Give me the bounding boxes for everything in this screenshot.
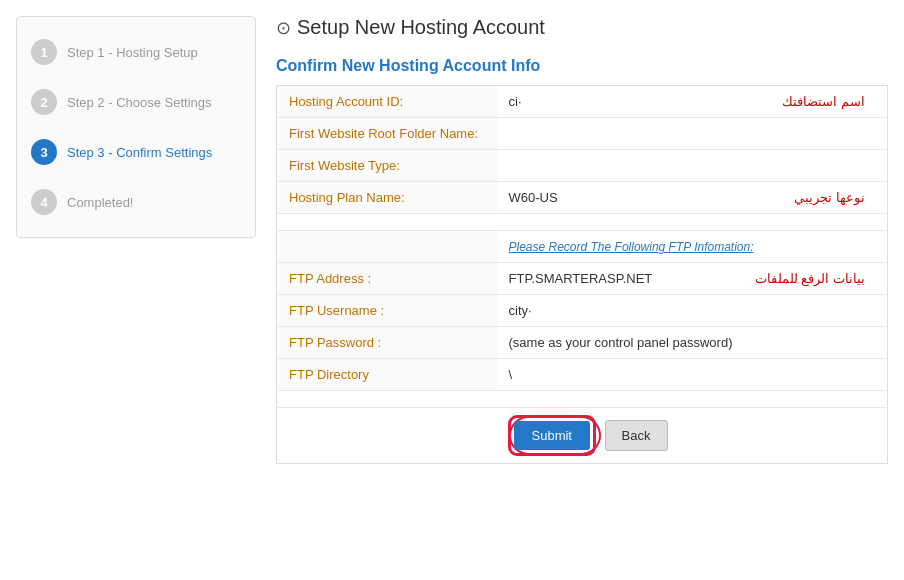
setup-icon: ⊙ (276, 17, 291, 39)
annotation-ftp-address: بيانات الرفع للملفات (755, 271, 865, 286)
label-ftp-username: FTP Username : (277, 295, 497, 327)
value-root-folder (497, 118, 888, 150)
label-plan-name: Hosting Plan Name: (277, 182, 497, 214)
step1-label: Step 1 - Hosting Setup (67, 45, 198, 60)
page-title: ⊙ Setup New Hosting Account (276, 16, 888, 39)
submit-button[interactable]: Submit (514, 421, 590, 450)
main-content: ⊙ Setup New Hosting Account Confirm New … (276, 16, 888, 564)
label-website-type: First Website Type: (277, 150, 497, 182)
step4-circle: 4 (31, 189, 57, 215)
step3-circle: 3 (31, 139, 57, 165)
empty-row (277, 214, 888, 231)
empty-row-2 (277, 391, 888, 408)
value-hosting-id: ci· اسم استضافتك (497, 86, 888, 118)
value-ftp-directory: \ (497, 359, 888, 391)
hosting-info-table: Hosting Account ID: ci· اسم استضافتك Fir… (276, 85, 888, 464)
step4-label: Completed! (67, 195, 133, 210)
sidebar-item-step3[interactable]: 3 Step 3 - Confirm Settings (17, 127, 255, 177)
sidebar-item-step4[interactable]: 4 Completed! (17, 177, 255, 227)
label-root-folder: First Website Root Folder Name: (277, 118, 497, 150)
value-ftp-password: (same as your control panel password) (497, 327, 888, 359)
value-ftp-username: city· (497, 295, 888, 327)
ftp-info-link[interactable]: Please Record The Following FTP Infomati… (509, 240, 754, 254)
submit-highlight: Submit (509, 416, 601, 455)
step1-circle: 1 (31, 39, 57, 65)
step2-label: Step 2 - Choose Settings (67, 95, 212, 110)
table-row-ftp-info: Please Record The Following FTP Infomati… (277, 231, 888, 263)
table-row: FTP Username : city· (277, 295, 888, 327)
label-ftp-password: FTP Password : (277, 327, 497, 359)
steps-sidebar: 1 Step 1 - Hosting Setup 2 Step 2 - Choo… (16, 16, 256, 238)
table-row: FTP Directory \ (277, 359, 888, 391)
back-button[interactable]: Back (605, 420, 668, 451)
buttons-row: Submit Back (277, 408, 888, 464)
table-row: Hosting Account ID: ci· اسم استضافتك (277, 86, 888, 118)
label-ftp-directory: FTP Directory (277, 359, 497, 391)
label-hosting-id: Hosting Account ID: (277, 86, 497, 118)
table-row: FTP Address : FTP.SMARTERASP.NET بيانات … (277, 263, 888, 295)
table-row: FTP Password : (same as your control pan… (277, 327, 888, 359)
step3-label: Step 3 - Confirm Settings (67, 145, 212, 160)
sidebar-item-step1[interactable]: 1 Step 1 - Hosting Setup (17, 27, 255, 77)
table-row: First Website Root Folder Name: (277, 118, 888, 150)
annotation-plan-name: نوعها تجريبي (794, 190, 865, 205)
sidebar-item-step2[interactable]: 2 Step 2 - Choose Settings (17, 77, 255, 127)
table-row: First Website Type: (277, 150, 888, 182)
value-plan-name: W60-US نوعها تجريبي (497, 182, 888, 214)
value-ftp-address: FTP.SMARTERASP.NET بيانات الرفع للملفات (497, 263, 888, 295)
table-row: Hosting Plan Name: W60-US نوعها تجريبي (277, 182, 888, 214)
step2-circle: 2 (31, 89, 57, 115)
label-ftp-address: FTP Address : (277, 263, 497, 295)
value-website-type (497, 150, 888, 182)
annotation-hosting-id: اسم استضافتك (782, 94, 865, 109)
section-title: Confirm New Hosting Account Info (276, 57, 888, 75)
